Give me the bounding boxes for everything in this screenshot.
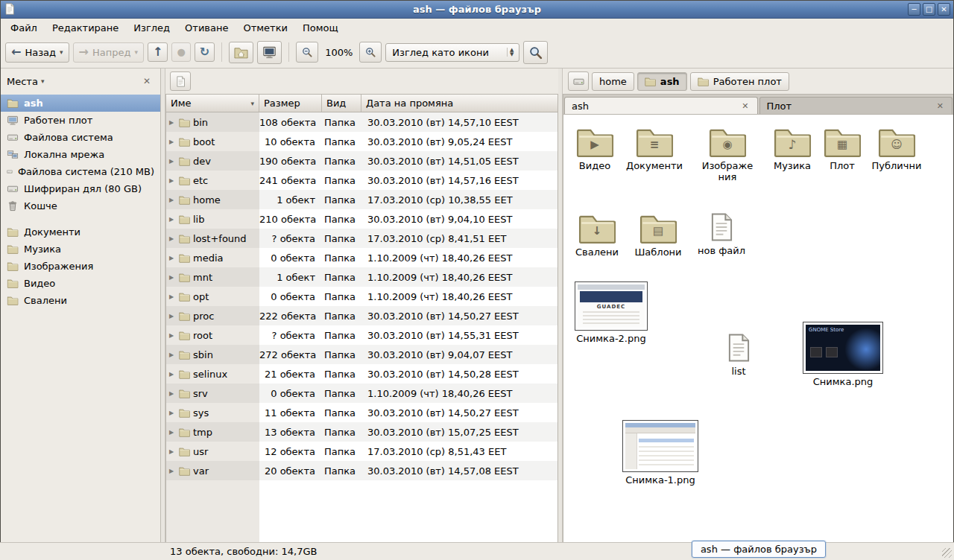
sidebar-item[interactable]: Кошче [0, 197, 160, 214]
expander-icon[interactable]: ▶ [169, 448, 176, 455]
table-row[interactable]: ▶ selinux 21 обекта Папка 30.03.2010 (вт… [166, 364, 557, 384]
icon-image-snimka[interactable]: GNOME Store Снимка.png [801, 322, 885, 387]
home-button[interactable] [229, 42, 253, 63]
expander-icon[interactable]: ▶ [169, 293, 176, 300]
path-button-home[interactable]: home [592, 72, 634, 91]
icon-view[interactable]: Видео Документи Изображения Музика [563, 115, 953, 542]
zoom-out-button[interactable] [296, 42, 318, 63]
menu-item[interactable]: Отметки [236, 20, 294, 36]
computer-button[interactable] [257, 41, 282, 64]
close-button[interactable]: ✕ [938, 3, 950, 16]
expander-icon[interactable]: ▶ [169, 177, 176, 184]
table-row[interactable]: ▶ opt 0 обекта Папка 1.10.2009 (чт) 18,4… [166, 287, 557, 306]
icon-folder-desktop[interactable]: Плот [811, 125, 874, 171]
pathbar-root-button[interactable] [568, 71, 589, 91]
back-button[interactable]: ← Назад ▾ [5, 42, 69, 63]
icon-file-new[interactable]: нов файл [690, 211, 753, 256]
sidebar-item[interactable]: Шифриран дял (80 GB) [0, 180, 160, 197]
table-row[interactable]: ▶ dev 190 обекта Папка 30.03.2010 (вт) 1… [166, 151, 557, 171]
title-bar[interactable]: ash — файлов браузър ─ □ ✕ [0, 0, 954, 19]
table-row[interactable]: ▶ etc 241 обекта Папка 30.03.2010 (вт) 1… [166, 171, 557, 190]
sidebar-dropdown-icon[interactable]: ▾ [41, 76, 45, 86]
tab-ash[interactable]: ash ✕ [564, 97, 758, 114]
icon-folder-documents[interactable]: Документи [623, 125, 686, 171]
icon-file-list[interactable]: list [707, 332, 770, 377]
table-row[interactable]: ▶ home 1 обект Папка 17.03.2010 (ср) 10,… [166, 190, 557, 209]
table-row[interactable]: ▶ media 0 обекта Папка 1.10.2009 (чт) 18… [166, 248, 557, 267]
table-row[interactable]: ▶ srv 0 обекта Папка 1.10.2009 (чт) 18,4… [166, 384, 557, 403]
table-row[interactable]: ▶ boot 10 обекта Папка 30.03.2010 (вт) 9… [166, 132, 557, 151]
taskbar-window-button[interactable]: ash — файлов браузър [692, 541, 826, 558]
icon-folder-video[interactable]: Видео [563, 125, 626, 171]
menu-item[interactable]: Редактиране [45, 20, 126, 36]
forward-button[interactable]: → Напред ▾ [73, 42, 144, 63]
menu-item[interactable]: Помощ [295, 20, 346, 36]
sidebar-item[interactable]: Видео [0, 275, 160, 292]
resize-grip[interactable] [942, 548, 952, 558]
stop-button[interactable]: ● [171, 42, 190, 62]
icon-folder-public[interactable]: Публични [865, 125, 928, 171]
table-row[interactable]: ▶ root ? обекта Папка 30.03.2010 (вт) 14… [166, 325, 557, 345]
back-dropdown-icon[interactable]: ▾ [60, 47, 63, 57]
expander-icon[interactable]: ▶ [169, 255, 176, 261]
expander-icon[interactable]: ▶ [169, 429, 176, 436]
icon-image-snimka2[interactable]: GUADEC Снимка-2.png [570, 281, 652, 344]
sidebar-item[interactable]: Изображения [0, 258, 160, 275]
expander-icon[interactable]: ▶ [169, 313, 176, 319]
table-row[interactable]: ▶ proc 222 обекта Папка 30.03.2010 (вт) … [166, 306, 557, 325]
menu-item[interactable]: Файл [3, 20, 45, 36]
table-row[interactable]: ▶ usr 12 обекта Папка 17.03.2010 (ср) 8,… [166, 442, 557, 461]
reload-button[interactable]: ↻ [195, 42, 215, 62]
column-header-size[interactable]: Размер [259, 95, 322, 112]
icon-folder-pictures[interactable]: Изображения [696, 125, 759, 183]
maximize-button[interactable]: □ [923, 3, 935, 16]
view-mode-select[interactable]: Изглед като икони ▲▼ [385, 43, 519, 62]
sidebar-close-icon[interactable]: ✕ [140, 75, 154, 87]
expander-icon[interactable]: ▶ [169, 274, 176, 281]
expander-icon[interactable]: ▶ [169, 235, 176, 242]
table-row[interactable]: ▶ lost+found ? обекта Папка 17.03.2010 (… [166, 229, 557, 248]
expander-icon[interactable]: ▶ [169, 119, 176, 126]
icon-image-snimka1[interactable]: Снимка-1.png [619, 420, 702, 486]
expander-icon[interactable]: ▶ [169, 197, 176, 203]
tab-close-icon[interactable]: ✕ [740, 101, 750, 111]
sidebar-item[interactable]: Свалени [0, 292, 160, 309]
table-row[interactable]: ▶ sys 11 обекта Папка 30.03.2010 (вт) 14… [166, 403, 557, 422]
sidebar-item[interactable]: Локална мрежа [0, 146, 160, 163]
column-header-date[interactable]: Дата на промяна [361, 95, 557, 112]
expander-icon[interactable]: ▶ [169, 390, 176, 397]
table-row[interactable]: ▶ mnt 1 обект Папка 1.10.2009 (чт) 18,40… [166, 267, 557, 287]
pane-location-button[interactable] [170, 71, 191, 91]
sidebar-item[interactable]: ash [0, 95, 160, 112]
column-header-type[interactable]: Вид [322, 95, 361, 112]
expander-icon[interactable]: ▶ [169, 139, 176, 145]
icon-folder-templates[interactable]: Шаблони [627, 211, 689, 258]
expander-icon[interactable]: ▶ [169, 371, 176, 378]
minimize-button[interactable]: ─ [908, 3, 920, 16]
zoom-in-button[interactable] [359, 42, 382, 63]
expander-icon[interactable]: ▶ [169, 216, 176, 223]
expander-icon[interactable]: ▶ [169, 468, 176, 474]
expander-icon[interactable]: ▶ [169, 332, 176, 339]
table-row[interactable]: ▶ var 20 обекта Папка 30.03.2010 (вт) 14… [166, 461, 557, 480]
menu-item[interactable]: Изглед [126, 20, 177, 36]
menu-item[interactable]: Отиване [177, 20, 236, 36]
tab-desktop[interactable]: Плот ✕ [759, 97, 953, 114]
up-button[interactable]: ↑ [148, 42, 168, 62]
sidebar-title[interactable]: Места [7, 76, 38, 87]
sidebar-item[interactable]: Файлова система [0, 129, 160, 146]
sidebar-item[interactable]: Музика [0, 241, 160, 258]
path-button-current[interactable]: ash [637, 72, 687, 91]
expander-icon[interactable]: ▶ [169, 410, 176, 416]
sidebar-item[interactable]: Работен плот [0, 112, 160, 129]
table-row[interactable]: ▶ tmp 13 обекта Папка 30.03.2010 (вт) 15… [166, 422, 557, 442]
table-row[interactable]: ▶ lib 210 обекта Папка 30.03.2010 (вт) 9… [166, 209, 557, 229]
expander-icon[interactable]: ▶ [169, 158, 176, 165]
column-header-name[interactable]: Име ▾ [166, 95, 259, 112]
table-row[interactable]: ▶ bin 108 обекта Папка 30.03.2010 (вт) 1… [166, 112, 557, 132]
tab-close-icon[interactable]: ✕ [935, 101, 945, 111]
table-row[interactable]: ▶ sbin 272 обекта Папка 30.03.2010 (вт) … [166, 345, 557, 364]
search-button[interactable] [523, 41, 548, 64]
sidebar-item[interactable]: Файлова система (210 MB) [0, 163, 160, 180]
icon-folder-downloads[interactable]: Свалени [566, 211, 628, 258]
